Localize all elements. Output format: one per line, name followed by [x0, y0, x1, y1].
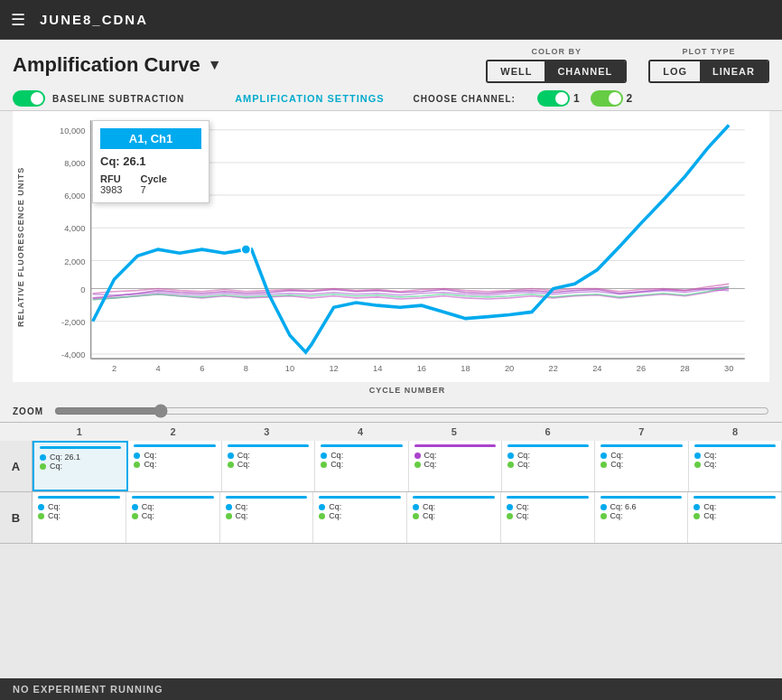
cq-dot-ch2 [507, 462, 514, 468]
channel2-toggle-item: 2 [591, 90, 633, 107]
cq-item-ch1: Cq: [132, 502, 214, 511]
well-cell-A5[interactable]: Cq:Cq: [409, 441, 502, 491]
svg-text:16: 16 [417, 364, 426, 373]
tooltip-cycle-header: Cycle [140, 173, 166, 184]
cq-dot-ch1 [38, 504, 44, 510]
well-cell-B3[interactable]: Cq:Cq: [220, 492, 314, 543]
main-content: Amplification Curve ▼ COLOR BY WELL CHAN… [0, 40, 782, 700]
col-num-6: 6 [501, 426, 595, 437]
color-well-button[interactable]: WELL [488, 61, 545, 81]
cq-dot-ch1 [319, 504, 325, 510]
cq-dot-ch2 [413, 513, 419, 519]
plot-type-group: PLOT TYPE LOG LINEAR [648, 47, 769, 83]
cq-value-ch1: Cq: [48, 502, 61, 511]
cq-value-ch2: Cq: [144, 460, 156, 469]
cq-item-ch2: Cq: [507, 511, 589, 520]
zoom-slider[interactable] [54, 404, 769, 418]
col-num-8: 8 [688, 426, 782, 437]
well-cell-B1[interactable]: Cq:Cq: [33, 492, 126, 543]
amp-settings-link[interactable]: AMPLIFICATION SETTINGS [235, 93, 384, 104]
channel2-toggle[interactable] [591, 90, 623, 107]
well-cell-A1[interactable]: Cq: 26.1Cq: [33, 441, 128, 491]
well-cell-A2[interactable]: Cq:Cq: [128, 441, 221, 491]
well-cell-B5[interactable]: Cq:Cq: [407, 492, 501, 543]
well-grid: ACq: 26.1Cq:Cq:Cq:Cq:Cq:Cq:Cq:Cq:Cq:Cq:C… [0, 441, 782, 678]
svg-text:-2,000: -2,000 [61, 318, 85, 327]
well-cell-A8[interactable]: Cq:Cq: [689, 441, 782, 491]
cq-dot-ch1 [600, 453, 607, 459]
well-cell-B6[interactable]: Cq:Cq: [501, 492, 595, 543]
cq-value-ch2: Cq: [142, 511, 154, 520]
svg-text:4,000: 4,000 [64, 224, 85, 233]
cq-dot-ch2 [40, 463, 46, 470]
well-cell-A7[interactable]: Cq:Cq: [595, 441, 688, 491]
cq-item-ch2: Cq: [507, 460, 589, 469]
well-cell-A6[interactable]: Cq:Cq: [502, 441, 595, 491]
x-axis-label: CYCLE NUMBER [45, 386, 769, 398]
linear-button[interactable]: LINEAR [700, 61, 768, 81]
cq-value-ch2: Cq: [50, 462, 62, 471]
cq-item-ch2: Cq: [319, 511, 401, 520]
chart-title-dropdown-icon[interactable]: ▼ [208, 57, 222, 73]
chart-title-text: Amplification Curve [13, 53, 200, 77]
cq-value-ch1: Cq: [144, 451, 156, 460]
col-num-3: 3 [220, 426, 314, 437]
cq-item-ch2: Cq: [600, 460, 682, 469]
svg-text:2: 2 [112, 364, 116, 373]
row-label-B: B [0, 492, 33, 543]
choose-channel-label: CHOOSE CHANNEL: [414, 94, 516, 104]
color-channel-button[interactable]: CHANNEL [545, 61, 625, 81]
well-cell-B2[interactable]: Cq:Cq: [126, 492, 220, 543]
svg-text:18: 18 [461, 364, 470, 373]
cq-value-ch2: Cq: [704, 460, 717, 469]
tooltip-cycle-value: 7 [140, 184, 166, 195]
cq-dot-ch1 [413, 504, 419, 510]
chart-inner[interactable]: 10,000 8,000 6,000 4,000 2,000 0 -2,000 … [29, 111, 769, 382]
svg-text:4: 4 [156, 364, 161, 373]
cq-value-ch1: Cq: [237, 451, 250, 460]
cq-value-ch2: Cq: [517, 460, 530, 469]
well-cell-A3[interactable]: Cq:Cq: [222, 441, 315, 491]
channel1-toggle-item: 1 [537, 90, 580, 107]
menu-icon[interactable]: ☰ [11, 10, 25, 30]
channel1-toggle[interactable] [537, 90, 570, 107]
controls-bar: Amplification Curve ▼ COLOR BY WELL CHAN… [0, 40, 782, 87]
well-line [507, 444, 589, 447]
well-line [134, 444, 215, 447]
cq-value-ch1: Cq: [142, 502, 154, 511]
cq-dot-ch1 [507, 504, 513, 510]
cq-value-ch1: Cq: 26.1 [50, 453, 80, 462]
well-cell-B4[interactable]: Cq:Cq: [313, 492, 407, 543]
col-num-1: 1 [33, 426, 126, 437]
color-by-buttons: WELL CHANNEL [486, 60, 627, 83]
cq-value-ch2: Cq: [330, 460, 343, 469]
well-line [414, 444, 496, 447]
svg-text:0: 0 [80, 285, 85, 294]
cq-item-ch1: Cq: 26.1 [40, 453, 121, 462]
well-cell-A4[interactable]: Cq:Cq: [315, 441, 408, 491]
cq-item-ch2: Cq: [413, 511, 495, 520]
well-cell-B7[interactable]: Cq: 6.6Cq: [595, 492, 689, 543]
log-button[interactable]: LOG [650, 61, 700, 81]
cq-value-ch1: Cq: [703, 502, 716, 511]
tooltip-rfu-value: 3983 [100, 184, 122, 195]
svg-text:8,000: 8,000 [64, 159, 85, 168]
cq-item-ch2: Cq: [414, 460, 496, 469]
baseline-toggle[interactable] [13, 90, 45, 107]
well-cell-B8[interactable]: Cq:Cq: [688, 492, 782, 543]
well-line [319, 496, 401, 499]
cq-item-ch1: Cq: [600, 451, 682, 460]
cq-dot-ch1 [507, 453, 514, 459]
status-bar: NO EXPERIMENT RUNNING [0, 678, 782, 700]
cq-dot-ch2 [38, 513, 44, 519]
cq-dot-ch2 [507, 513, 513, 519]
channel-toggles: 1 2 [537, 90, 632, 107]
cq-dot-ch2 [226, 513, 232, 519]
cq-dot-ch2 [694, 513, 700, 519]
zoom-label: ZOOM [13, 406, 43, 416]
cq-dot-ch1 [600, 504, 607, 510]
cq-value-ch2: Cq: [236, 511, 248, 520]
cq-dot-ch1 [321, 453, 327, 459]
well-line [132, 496, 214, 499]
cq-item-ch2: Cq: [600, 511, 683, 520]
